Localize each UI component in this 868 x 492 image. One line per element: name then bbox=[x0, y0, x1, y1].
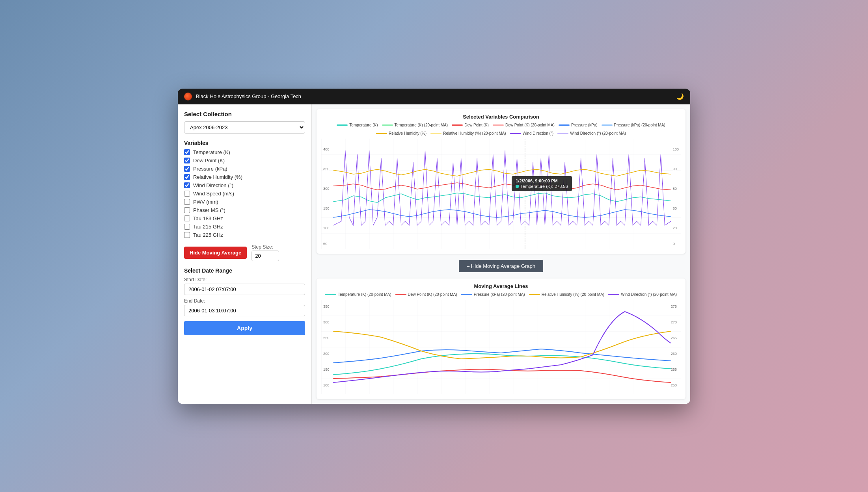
chart2-svg: 350 300 250 200 150 100 275 270 265 260 … bbox=[321, 300, 681, 394]
date-range-title: Select Date Range bbox=[184, 267, 305, 274]
legend2-label-dew-ma: Dew Point (K) (20-point MA) bbox=[408, 292, 457, 297]
start-date-label: Start Date: bbox=[184, 277, 305, 282]
legend2-humidity-ma: Relative Humidity (%) (20-point MA) bbox=[529, 292, 605, 297]
checkbox-temperature[interactable] bbox=[184, 149, 190, 155]
variable-tau215: Tau 215 GHz bbox=[184, 224, 305, 230]
variables-title: Variables bbox=[184, 140, 305, 146]
legend2-color-humidity-ma bbox=[529, 294, 540, 295]
legend2-pressure-ma: Pressure (kPa) (20-point MA) bbox=[461, 292, 525, 297]
label-pwv: PWV (mm) bbox=[193, 199, 218, 205]
chart2-grid bbox=[321, 300, 681, 394]
y-left-150: 150 bbox=[323, 206, 329, 210]
legend-winddir-ma: Wind Direction (°) (20-point MA) bbox=[557, 131, 626, 136]
label-temperature: Temperature (K) bbox=[193, 149, 230, 155]
chart2-title: Moving Average Lines bbox=[321, 283, 681, 289]
label-tau215: Tau 215 GHz bbox=[193, 224, 223, 230]
label-pressure: Pressure (kPa) bbox=[193, 166, 227, 172]
sidebar: Select Collection Apex 2006-2023 Variabl… bbox=[178, 104, 312, 404]
legend2-color-pressure-ma bbox=[461, 294, 472, 295]
y-left-300: 300 bbox=[323, 187, 329, 191]
select-collection-label: Select Collection bbox=[184, 111, 305, 117]
y-right-20: 20 bbox=[673, 226, 677, 230]
checkbox-pwv[interactable] bbox=[184, 199, 190, 205]
variable-humidity: Relative Humidity (%) bbox=[184, 174, 305, 180]
legend-color-pressure bbox=[559, 124, 570, 126]
y-right-60: 60 bbox=[673, 206, 677, 210]
legend2-dew-ma: Dew Point (K) (20-point MA) bbox=[395, 292, 457, 297]
label-tau225: Tau 225 GHz bbox=[193, 232, 223, 238]
legend-color-pressure-ma bbox=[602, 124, 613, 126]
start-date-field: Start Date: bbox=[184, 277, 305, 295]
collection-select[interactable]: Apex 2006-2023 bbox=[184, 121, 305, 134]
label-wind-speed: Wind Speed (m/s) bbox=[193, 191, 234, 197]
checkbox-tau215[interactable] bbox=[184, 224, 190, 230]
checkbox-dew-point[interactable] bbox=[184, 158, 190, 163]
hide-moving-average-button[interactable]: Hide Moving Average bbox=[184, 247, 247, 259]
label-humidity: Relative Humidity (%) bbox=[193, 174, 242, 180]
main-content: Select Collection Apex 2006-2023 Variabl… bbox=[178, 104, 690, 404]
checkbox-humidity[interactable] bbox=[184, 174, 190, 180]
chart2-y-right-275: 275 bbox=[671, 304, 677, 308]
end-date-field: End Date: bbox=[184, 298, 305, 316]
step-size-group: Step Size: bbox=[251, 244, 279, 261]
chart2-y-left-250: 250 bbox=[323, 336, 329, 340]
variable-wind-dir: Wind Direction (°) bbox=[184, 182, 305, 188]
chart1-legend: Temperature (K) Temperature (K) (20-poin… bbox=[321, 123, 681, 136]
step-size-input[interactable] bbox=[251, 251, 279, 261]
legend-color-temp-ma bbox=[382, 124, 393, 126]
y-left-350: 350 bbox=[323, 167, 329, 171]
chart1-container: Selected Variables Comparison Temperatur… bbox=[317, 109, 685, 254]
checkbox-phaser[interactable] bbox=[184, 207, 190, 213]
y-right-80: 80 bbox=[673, 187, 677, 191]
legend2-label-winddir-ma: Wind Direction (°) (20-point MA) bbox=[621, 292, 677, 297]
label-dew-point: Dew Point (K) bbox=[193, 158, 225, 163]
legend-dew: Dew Point (K) bbox=[452, 123, 489, 127]
titlebar-title: Black Hole Astrophysics Group - Georgia … bbox=[196, 93, 301, 99]
legend-pressure-ma: Pressure (kPa) (20-point MA) bbox=[602, 123, 665, 127]
chart1-svg-area: 400 350 300 150 100 50 100 90 80 60 20 0 bbox=[321, 139, 681, 249]
legend-label-winddir: Wind Direction (°) bbox=[523, 131, 553, 136]
hide-ma-graph-button[interactable]: – Hide Moving Average Graph bbox=[459, 260, 543, 272]
label-tau183: Tau 183 GHz bbox=[193, 215, 223, 221]
legend-pressure: Pressure (kPa) bbox=[559, 123, 598, 127]
checkbox-pressure[interactable] bbox=[184, 166, 190, 172]
legend2-winddir-ma: Wind Direction (°) (20-point MA) bbox=[608, 292, 677, 297]
variable-dew-point: Dew Point (K) bbox=[184, 158, 305, 163]
legend-color-humidity bbox=[376, 133, 387, 134]
legend-color-dew-ma bbox=[493, 124, 504, 126]
chart2-container: Moving Average Lines Temperature (K) (20… bbox=[317, 278, 685, 399]
chart2-y-left-300: 300 bbox=[323, 320, 329, 324]
start-date-input[interactable] bbox=[184, 284, 305, 295]
app-window: Black Hole Astrophysics Group - Georgia … bbox=[178, 89, 690, 404]
titlebar: Black Hole Astrophysics Group - Georgia … bbox=[178, 89, 690, 104]
chart1-svg: 400 350 300 150 100 50 100 90 80 60 20 0 bbox=[321, 139, 681, 249]
titlebar-left: Black Hole Astrophysics Group - Georgia … bbox=[184, 93, 301, 100]
variable-tau183: Tau 183 GHz bbox=[184, 215, 305, 221]
legend2-label-humidity-ma: Relative Humidity (%) (20-point MA) bbox=[542, 292, 605, 297]
legend2-color-winddir-ma bbox=[608, 294, 619, 295]
checkbox-wind-dir[interactable] bbox=[184, 182, 190, 188]
chart2-y-right-265: 265 bbox=[671, 336, 677, 340]
legend-label-dew-ma: Dew Point (K) (20-point MA) bbox=[505, 123, 555, 127]
variable-temperature: Temperature (K) bbox=[184, 149, 305, 155]
legend-color-winddir bbox=[510, 133, 521, 134]
legend-dew-ma: Dew Point (K) (20-point MA) bbox=[493, 123, 555, 127]
chart2-legend: Temperature (K) (20-point MA) Dew Point … bbox=[321, 292, 681, 297]
dark-mode-icon[interactable]: 🌙 bbox=[676, 93, 684, 100]
y-left-100: 100 bbox=[323, 226, 329, 230]
apply-button[interactable]: Apply bbox=[184, 321, 305, 335]
chart2-y-right-270: 270 bbox=[671, 320, 677, 324]
chart2-y-left-350: 350 bbox=[323, 304, 329, 308]
checkbox-tau225[interactable] bbox=[184, 232, 190, 238]
chart1-title: Selected Variables Comparison bbox=[321, 114, 681, 120]
legend-temp: Temperature (K) bbox=[337, 123, 378, 127]
end-date-input[interactable] bbox=[184, 305, 305, 316]
checkbox-wind-speed[interactable] bbox=[184, 191, 190, 197]
legend-color-humidity-ma bbox=[430, 133, 441, 134]
chart2-y-left-150: 150 bbox=[323, 368, 329, 371]
legend-label-winddir-ma: Wind Direction (°) (20-point MA) bbox=[570, 131, 626, 136]
chart2-y-right-260: 260 bbox=[671, 352, 677, 356]
legend2-temp-ma: Temperature (K) (20-point MA) bbox=[325, 292, 391, 297]
legend-label-dew: Dew Point (K) bbox=[464, 123, 489, 127]
checkbox-tau183[interactable] bbox=[184, 215, 190, 221]
